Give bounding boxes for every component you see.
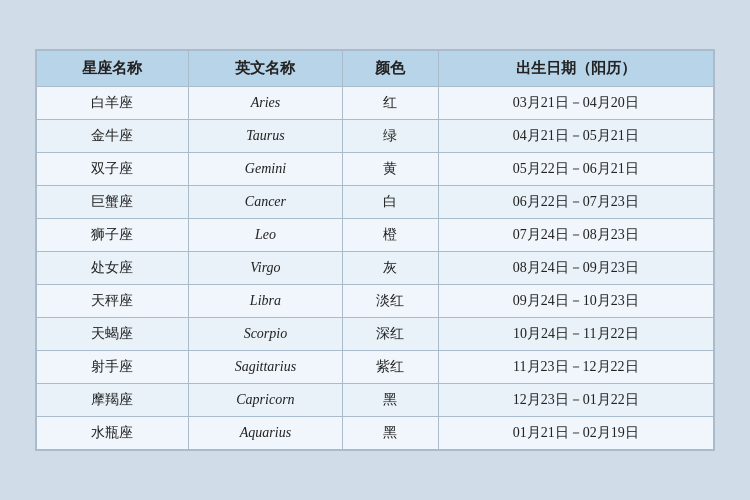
col-header-color: 颜色 [343,51,439,87]
table-row: 巨蟹座Cancer白06月22日－07月23日 [37,186,714,219]
cell-color: 红 [343,87,439,120]
table-header-row: 星座名称 英文名称 颜色 出生日期（阳历） [37,51,714,87]
cell-chinese: 天秤座 [37,285,189,318]
cell-chinese: 白羊座 [37,87,189,120]
cell-english: Sagittarius [188,351,342,384]
cell-chinese: 巨蟹座 [37,186,189,219]
cell-chinese: 天蝎座 [37,318,189,351]
cell-color: 白 [343,186,439,219]
cell-english: Gemini [188,153,342,186]
cell-dates: 08月24日－09月23日 [438,252,713,285]
table-row: 射手座Sagittarius紫红11月23日－12月22日 [37,351,714,384]
cell-color: 绿 [343,120,439,153]
cell-chinese: 处女座 [37,252,189,285]
cell-english: Cancer [188,186,342,219]
cell-english: Libra [188,285,342,318]
cell-english: Aries [188,87,342,120]
table-row: 双子座Gemini黄05月22日－06月21日 [37,153,714,186]
cell-dates: 11月23日－12月22日 [438,351,713,384]
cell-color: 黑 [343,417,439,450]
cell-dates: 06月22日－07月23日 [438,186,713,219]
cell-color: 淡红 [343,285,439,318]
col-header-chinese: 星座名称 [37,51,189,87]
cell-color: 黄 [343,153,439,186]
cell-english: Capricorn [188,384,342,417]
table-row: 水瓶座Aquarius黑01月21日－02月19日 [37,417,714,450]
table-row: 金牛座Taurus绿04月21日－05月21日 [37,120,714,153]
cell-dates: 01月21日－02月19日 [438,417,713,450]
cell-english: Virgo [188,252,342,285]
table-row: 白羊座Aries红03月21日－04月20日 [37,87,714,120]
table-row: 狮子座Leo橙07月24日－08月23日 [37,219,714,252]
cell-dates: 04月21日－05月21日 [438,120,713,153]
cell-english: Taurus [188,120,342,153]
cell-dates: 10月24日－11月22日 [438,318,713,351]
cell-color: 黑 [343,384,439,417]
cell-dates: 05月22日－06月21日 [438,153,713,186]
cell-chinese: 金牛座 [37,120,189,153]
table-row: 天秤座Libra淡红09月24日－10月23日 [37,285,714,318]
col-header-english: 英文名称 [188,51,342,87]
table-row: 天蝎座Scorpio深红10月24日－11月22日 [37,318,714,351]
cell-chinese: 水瓶座 [37,417,189,450]
cell-color: 橙 [343,219,439,252]
cell-chinese: 摩羯座 [37,384,189,417]
cell-english: Leo [188,219,342,252]
zodiac-table: 星座名称 英文名称 颜色 出生日期（阳历） 白羊座Aries红03月21日－04… [36,50,714,450]
table-row: 摩羯座Capricorn黑12月23日－01月22日 [37,384,714,417]
cell-dates: 09月24日－10月23日 [438,285,713,318]
cell-dates: 12月23日－01月22日 [438,384,713,417]
cell-english: Scorpio [188,318,342,351]
cell-color: 深红 [343,318,439,351]
zodiac-table-container: 星座名称 英文名称 颜色 出生日期（阳历） 白羊座Aries红03月21日－04… [35,49,715,451]
cell-chinese: 狮子座 [37,219,189,252]
col-header-dates: 出生日期（阳历） [438,51,713,87]
table-body: 白羊座Aries红03月21日－04月20日金牛座Taurus绿04月21日－0… [37,87,714,450]
cell-dates: 07月24日－08月23日 [438,219,713,252]
cell-chinese: 双子座 [37,153,189,186]
table-row: 处女座Virgo灰08月24日－09月23日 [37,252,714,285]
cell-dates: 03月21日－04月20日 [438,87,713,120]
cell-color: 灰 [343,252,439,285]
cell-chinese: 射手座 [37,351,189,384]
cell-english: Aquarius [188,417,342,450]
cell-color: 紫红 [343,351,439,384]
